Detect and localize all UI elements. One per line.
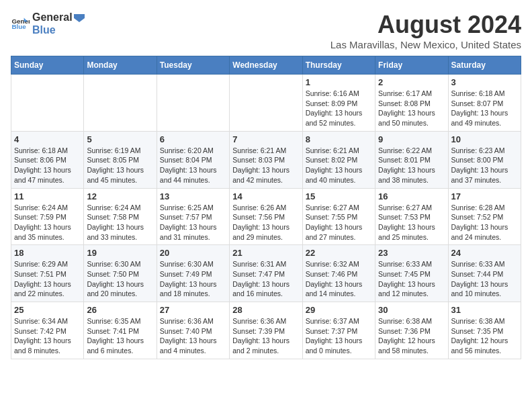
day-info: Sunrise: 6:24 AMSunset: 7:59 PMDaylight:… bbox=[14, 203, 81, 242]
calendar-cell: 20Sunrise: 6:30 AMSunset: 7:49 PMDayligh… bbox=[157, 245, 229, 302]
calendar-cell: 6Sunrise: 6:20 AMSunset: 8:04 PMDaylight… bbox=[157, 131, 229, 188]
day-number: 5 bbox=[87, 134, 153, 144]
calendar-cell: 21Sunrise: 6:31 AMSunset: 7:47 PMDayligh… bbox=[230, 245, 302, 302]
weekday-header-row: Sunday Monday Tuesday Wednesday Thursday… bbox=[11, 56, 521, 75]
calendar-week-row: 4Sunrise: 6:18 AMSunset: 8:06 PMDaylight… bbox=[11, 131, 521, 188]
day-number: 26 bbox=[87, 305, 153, 315]
day-number: 3 bbox=[451, 77, 518, 87]
calendar-cell: 3Sunrise: 6:18 AMSunset: 8:07 PMDaylight… bbox=[448, 75, 521, 132]
calendar-cell bbox=[157, 75, 229, 132]
day-info: Sunrise: 6:29 AMSunset: 7:51 PMDaylight:… bbox=[14, 259, 81, 299]
calendar-cell: 14Sunrise: 6:26 AMSunset: 7:56 PMDayligh… bbox=[230, 188, 302, 245]
calendar-cell: 8Sunrise: 6:21 AMSunset: 8:02 PMDaylight… bbox=[302, 131, 375, 188]
page-header: General Blue General Blue August 2024 La… bbox=[11, 11, 521, 50]
title-area: August 2024 Las Maravillas, New Mexico, … bbox=[330, 11, 521, 50]
day-info: Sunrise: 6:36 AMSunset: 7:40 PMDaylight:… bbox=[160, 316, 226, 356]
logo: General Blue General Blue bbox=[11, 11, 85, 36]
day-info: Sunrise: 6:22 AMSunset: 8:01 PMDaylight:… bbox=[378, 146, 445, 185]
logo-icon: General Blue bbox=[11, 14, 30, 33]
day-info: Sunrise: 6:19 AMSunset: 8:05 PMDaylight:… bbox=[87, 146, 153, 185]
header-tuesday: Tuesday bbox=[157, 56, 229, 75]
day-number: 17 bbox=[451, 191, 518, 201]
day-info: Sunrise: 6:32 AMSunset: 7:46 PMDaylight:… bbox=[306, 259, 372, 299]
header-sunday: Sunday bbox=[11, 56, 84, 75]
day-number: 10 bbox=[451, 134, 518, 144]
day-info: Sunrise: 6:37 AMSunset: 7:37 PMDaylight:… bbox=[306, 316, 372, 356]
day-info: Sunrise: 6:18 AMSunset: 8:07 PMDaylight:… bbox=[451, 89, 518, 128]
day-number: 31 bbox=[451, 305, 518, 315]
calendar-cell: 2Sunrise: 6:17 AMSunset: 8:08 PMDaylight… bbox=[375, 75, 448, 132]
calendar-header: Sunday Monday Tuesday Wednesday Thursday… bbox=[11, 56, 521, 75]
day-info: Sunrise: 6:21 AMSunset: 8:03 PMDaylight:… bbox=[232, 146, 299, 185]
day-number: 24 bbox=[451, 248, 518, 258]
calendar-cell: 31Sunrise: 6:38 AMSunset: 7:35 PMDayligh… bbox=[448, 302, 521, 359]
day-info: Sunrise: 6:38 AMSunset: 7:36 PMDaylight:… bbox=[378, 316, 445, 356]
day-number: 27 bbox=[160, 305, 226, 315]
calendar-cell: 12Sunrise: 6:24 AMSunset: 7:58 PMDayligh… bbox=[84, 188, 157, 245]
day-number: 8 bbox=[306, 134, 372, 144]
calendar-cell: 19Sunrise: 6:30 AMSunset: 7:50 PMDayligh… bbox=[84, 245, 157, 302]
calendar-week-row: 18Sunrise: 6:29 AMSunset: 7:51 PMDayligh… bbox=[11, 245, 521, 302]
calendar-cell bbox=[230, 75, 302, 132]
day-info: Sunrise: 6:21 AMSunset: 8:02 PMDaylight:… bbox=[306, 146, 372, 185]
calendar-cell: 24Sunrise: 6:33 AMSunset: 7:44 PMDayligh… bbox=[448, 245, 521, 302]
day-number: 19 bbox=[87, 248, 153, 258]
day-info: Sunrise: 6:16 AMSunset: 8:09 PMDaylight:… bbox=[306, 89, 372, 128]
calendar-cell bbox=[84, 75, 157, 132]
calendar-week-row: 11Sunrise: 6:24 AMSunset: 7:59 PMDayligh… bbox=[11, 188, 521, 245]
calendar-cell bbox=[11, 75, 84, 132]
day-number: 12 bbox=[87, 191, 153, 201]
calendar-cell: 13Sunrise: 6:25 AMSunset: 7:57 PMDayligh… bbox=[157, 188, 229, 245]
calendar-cell: 22Sunrise: 6:32 AMSunset: 7:46 PMDayligh… bbox=[302, 245, 375, 302]
day-number: 20 bbox=[160, 248, 226, 258]
calendar-cell: 4Sunrise: 6:18 AMSunset: 8:06 PMDaylight… bbox=[11, 131, 84, 188]
page-subtitle: Las Maravillas, New Mexico, United State… bbox=[330, 39, 521, 50]
day-number: 14 bbox=[232, 191, 299, 201]
logo-blue: Blue bbox=[32, 24, 85, 36]
day-number: 21 bbox=[232, 248, 299, 258]
day-info: Sunrise: 6:33 AMSunset: 7:45 PMDaylight:… bbox=[378, 259, 445, 299]
calendar-week-row: 25Sunrise: 6:34 AMSunset: 7:42 PMDayligh… bbox=[11, 302, 521, 359]
header-friday: Friday bbox=[375, 56, 448, 75]
calendar-cell: 10Sunrise: 6:23 AMSunset: 8:00 PMDayligh… bbox=[448, 131, 521, 188]
day-number: 15 bbox=[306, 191, 372, 201]
calendar-cell: 9Sunrise: 6:22 AMSunset: 8:01 PMDaylight… bbox=[375, 131, 448, 188]
calendar-cell: 25Sunrise: 6:34 AMSunset: 7:42 PMDayligh… bbox=[11, 302, 84, 359]
day-info: Sunrise: 6:35 AMSunset: 7:41 PMDaylight:… bbox=[87, 316, 153, 356]
day-number: 29 bbox=[306, 305, 372, 315]
logo-general: General bbox=[32, 11, 85, 24]
day-info: Sunrise: 6:30 AMSunset: 7:50 PMDaylight:… bbox=[87, 259, 153, 299]
day-number: 9 bbox=[378, 134, 445, 144]
day-number: 18 bbox=[14, 248, 81, 258]
calendar-cell: 7Sunrise: 6:21 AMSunset: 8:03 PMDaylight… bbox=[230, 131, 302, 188]
calendar-body: 1Sunrise: 6:16 AMSunset: 8:09 PMDaylight… bbox=[11, 75, 521, 359]
calendar-cell: 27Sunrise: 6:36 AMSunset: 7:40 PMDayligh… bbox=[157, 302, 229, 359]
day-number: 2 bbox=[378, 77, 445, 87]
day-number: 7 bbox=[232, 134, 299, 144]
day-number: 23 bbox=[378, 248, 445, 258]
calendar-cell: 16Sunrise: 6:27 AMSunset: 7:53 PMDayligh… bbox=[375, 188, 448, 245]
day-info: Sunrise: 6:27 AMSunset: 7:53 PMDaylight:… bbox=[378, 203, 445, 242]
calendar-cell: 29Sunrise: 6:37 AMSunset: 7:37 PMDayligh… bbox=[302, 302, 375, 359]
day-number: 16 bbox=[378, 191, 445, 201]
day-number: 11 bbox=[14, 191, 81, 201]
day-number: 25 bbox=[14, 305, 81, 315]
header-wednesday: Wednesday bbox=[230, 56, 302, 75]
day-number: 28 bbox=[232, 305, 299, 315]
calendar-cell: 17Sunrise: 6:28 AMSunset: 7:52 PMDayligh… bbox=[448, 188, 521, 245]
page-title: August 2024 bbox=[330, 11, 521, 39]
day-info: Sunrise: 6:30 AMSunset: 7:49 PMDaylight:… bbox=[160, 259, 226, 299]
header-monday: Monday bbox=[84, 56, 157, 75]
calendar-cell: 5Sunrise: 6:19 AMSunset: 8:05 PMDaylight… bbox=[84, 131, 157, 188]
calendar-cell: 11Sunrise: 6:24 AMSunset: 7:59 PMDayligh… bbox=[11, 188, 84, 245]
svg-text:Blue: Blue bbox=[11, 24, 26, 31]
day-number: 1 bbox=[306, 77, 372, 87]
day-info: Sunrise: 6:24 AMSunset: 7:58 PMDaylight:… bbox=[87, 203, 153, 242]
header-saturday: Saturday bbox=[448, 56, 521, 75]
calendar-cell: 26Sunrise: 6:35 AMSunset: 7:41 PMDayligh… bbox=[84, 302, 157, 359]
day-number: 6 bbox=[160, 134, 226, 144]
day-info: Sunrise: 6:36 AMSunset: 7:39 PMDaylight:… bbox=[232, 316, 299, 356]
day-info: Sunrise: 6:31 AMSunset: 7:47 PMDaylight:… bbox=[232, 259, 299, 299]
day-info: Sunrise: 6:17 AMSunset: 8:08 PMDaylight:… bbox=[378, 89, 445, 128]
day-info: Sunrise: 6:25 AMSunset: 7:57 PMDaylight:… bbox=[160, 203, 226, 242]
